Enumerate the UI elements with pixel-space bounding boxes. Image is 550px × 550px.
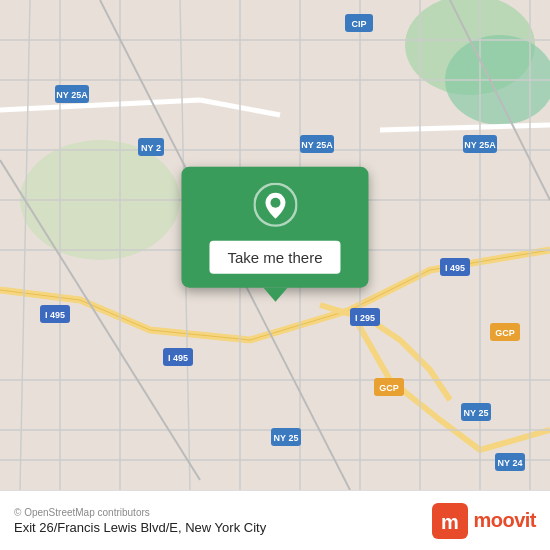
svg-text:I 495: I 495 — [45, 310, 65, 320]
svg-text:I 495: I 495 — [445, 263, 465, 273]
svg-text:NY 25: NY 25 — [464, 408, 489, 418]
svg-text:I 295: I 295 — [355, 313, 375, 323]
svg-text:NY 25A: NY 25A — [301, 140, 333, 150]
footer: © OpenStreetMap contributors Exit 26/Fra… — [0, 490, 550, 550]
footer-attribution: © OpenStreetMap contributors — [14, 507, 266, 518]
svg-text:NY 24: NY 24 — [498, 458, 523, 468]
svg-text:GCP: GCP — [379, 383, 399, 393]
svg-text:I 495: I 495 — [168, 353, 188, 363]
moovit-logo: m moovit — [432, 503, 536, 539]
popup-box: Take me there — [181, 167, 368, 288]
popup-overlay: Take me there — [181, 167, 368, 302]
svg-text:NY 25: NY 25 — [274, 433, 299, 443]
moovit-label: moovit — [473, 509, 536, 532]
svg-text:CIP: CIP — [351, 19, 366, 29]
take-me-there-button[interactable]: Take me there — [209, 241, 340, 274]
svg-text:NY 2: NY 2 — [141, 143, 161, 153]
popup-arrow — [263, 288, 287, 302]
svg-text:NY 25A: NY 25A — [464, 140, 496, 150]
svg-text:NY 25A: NY 25A — [56, 90, 88, 100]
location-pin-icon — [253, 183, 297, 227]
moovit-icon: m — [432, 503, 468, 539]
svg-text:GCP: GCP — [495, 328, 515, 338]
footer-left: © OpenStreetMap contributors Exit 26/Fra… — [14, 507, 266, 535]
footer-location-text: Exit 26/Francis Lewis Blvd/E, New York C… — [14, 520, 266, 535]
svg-point-57 — [270, 198, 280, 208]
svg-text:m: m — [442, 511, 460, 533]
map-container: NY 25A NY 25A NY 25A NY 2 I 495 I 495 I … — [0, 0, 550, 490]
